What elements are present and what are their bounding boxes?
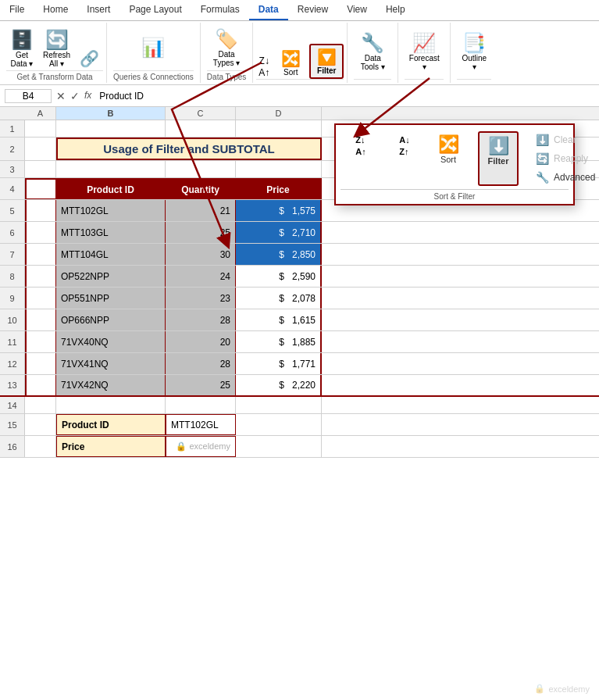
cell-product-id-header[interactable]: Product ID bbox=[56, 178, 166, 199]
cell-mtt102gl-qty[interactable]: 21 bbox=[166, 200, 236, 221]
cell[interactable] bbox=[166, 161, 236, 177]
cell-op666npp-qty[interactable]: 28 bbox=[166, 309, 236, 330]
cell-71vx40nq-qty[interactable]: 20 bbox=[166, 331, 236, 352]
cell[interactable] bbox=[25, 353, 56, 374]
cell-product-id-label[interactable]: Product ID bbox=[56, 414, 166, 435]
col-header-c[interactable]: C bbox=[166, 107, 236, 120]
cell[interactable] bbox=[25, 331, 56, 352]
col-header-b[interactable]: B bbox=[56, 107, 166, 120]
cell[interactable] bbox=[25, 161, 56, 177]
cell-price-header[interactable]: Price bbox=[236, 178, 322, 199]
cell[interactable] bbox=[56, 397, 166, 413]
cell-mtt103gl-qty[interactable]: 25 bbox=[166, 222, 236, 243]
table-row: 14 bbox=[0, 397, 599, 414]
cell[interactable] bbox=[25, 244, 56, 265]
cell[interactable] bbox=[166, 120, 236, 137]
cancel-formula-icon[interactable]: ✕ bbox=[56, 90, 66, 102]
queries-button[interactable]: 📊 bbox=[137, 34, 169, 61]
tab-review[interactable]: Review bbox=[288, 0, 337, 20]
filter-button[interactable]: 🔽 Filter bbox=[309, 44, 344, 79]
tab-formulas[interactable]: Formulas bbox=[191, 0, 249, 20]
forecast-button[interactable]: 📈 Forecast▾ bbox=[405, 30, 444, 73]
cell-71vx41nq-qty[interactable]: 28 bbox=[166, 353, 236, 374]
cell[interactable] bbox=[25, 266, 56, 287]
cell-71vx42nq-price[interactable]: $ 2,220 bbox=[236, 375, 322, 395]
cell-mtt104gl-qty[interactable]: 30 bbox=[166, 244, 236, 265]
cell-71vx40nq-price[interactable]: $ 1,885 bbox=[236, 331, 322, 352]
cell-op666npp-id[interactable]: OP666NPP bbox=[56, 309, 166, 330]
tab-file[interactable]: File bbox=[0, 0, 34, 20]
cell[interactable] bbox=[236, 436, 322, 457]
sort-az-dropdown-button[interactable]: Z↓A↑ bbox=[341, 131, 381, 186]
refresh-all-button[interactable]: 🔄 RefreshAll ▾ bbox=[39, 27, 74, 70]
clear-button[interactable]: ⬇️ Clear bbox=[528, 131, 599, 148]
tab-help[interactable]: Help bbox=[376, 0, 415, 20]
cell[interactable] bbox=[236, 414, 322, 435]
cell-price-value[interactable]: 🔒 exceldemy bbox=[166, 436, 236, 457]
cell-quantity-header[interactable]: Quantity bbox=[166, 178, 236, 199]
ribbon-tabs: File Home Insert Page Layout Formulas Da… bbox=[0, 0, 599, 21]
cell[interactable] bbox=[25, 397, 56, 413]
cell[interactable] bbox=[25, 178, 56, 199]
cell-71vx42nq-id[interactable]: 71VX42NQ bbox=[56, 375, 166, 395]
tab-insert[interactable]: Insert bbox=[77, 0, 119, 20]
cell-op522npp-qty[interactable]: 24 bbox=[166, 266, 236, 287]
confirm-formula-icon[interactable]: ✓ bbox=[70, 90, 80, 102]
cell-mtt103gl-price[interactable]: $ 2,710 bbox=[236, 222, 322, 243]
cell-71vx41nq-price[interactable]: $ 1,771 bbox=[236, 353, 322, 374]
col-header-d[interactable]: D bbox=[236, 107, 322, 120]
formula-input[interactable] bbox=[96, 90, 594, 102]
cell-mtt103gl-id[interactable]: MTT103GL bbox=[56, 222, 166, 243]
cell[interactable] bbox=[25, 120, 56, 137]
cell[interactable] bbox=[236, 161, 322, 177]
cell[interactable] bbox=[25, 288, 56, 309]
data-tools-button[interactable]: 🔧 DataTools ▾ bbox=[354, 30, 391, 73]
tab-data[interactable]: Data bbox=[249, 0, 288, 20]
cell-mtt104gl-id[interactable]: MTT104GL bbox=[56, 244, 166, 265]
cell-71vx42nq-qty[interactable]: 25 bbox=[166, 375, 236, 395]
cell-price-label[interactable]: Price bbox=[56, 436, 166, 457]
data-types-button[interactable]: 🏷️ DataTypes ▾ bbox=[207, 26, 246, 70]
cell-op666npp-price[interactable]: $ 1,615 bbox=[236, 309, 322, 330]
sort-za-dropdown-button[interactable]: A↓Z↑ bbox=[384, 131, 425, 186]
cell[interactable] bbox=[25, 375, 56, 395]
get-data-button[interactable]: 🗄️ GetData ▾ bbox=[6, 27, 37, 70]
cell-op551npp-id[interactable]: OP551NPP bbox=[56, 288, 166, 309]
connections-button[interactable]: 🔗 bbox=[76, 47, 103, 70]
tab-home[interactable]: Home bbox=[34, 0, 77, 20]
cell-mtt102gl-price[interactable]: $ 1,575 bbox=[236, 200, 322, 221]
col-header-a[interactable]: A bbox=[25, 107, 56, 120]
title-cell[interactable]: Usage of Filter and SUBTOTAL bbox=[56, 138, 322, 160]
sort-button[interactable]: 🔀 Sort bbox=[275, 47, 306, 79]
cell[interactable] bbox=[166, 397, 236, 413]
cell-op522npp-id[interactable]: OP522NPP bbox=[56, 266, 166, 287]
cell-op551npp-qty[interactable]: 23 bbox=[166, 288, 236, 309]
cell[interactable] bbox=[56, 161, 166, 177]
cell-reference-box[interactable] bbox=[5, 89, 52, 103]
cell[interactable] bbox=[25, 200, 56, 221]
cell-op522npp-price[interactable]: $ 2,590 bbox=[236, 266, 322, 287]
cell[interactable] bbox=[236, 120, 322, 137]
reapply-button[interactable]: 🔄 Reapply bbox=[528, 150, 599, 167]
outline-button[interactable]: 📑 Outline▾ bbox=[457, 30, 491, 73]
cell[interactable] bbox=[236, 397, 322, 413]
sort-az-button[interactable]: Z↓ A↑ bbox=[256, 55, 272, 79]
filter-main-button[interactable]: ⬇️ Filter bbox=[478, 131, 519, 186]
cell[interactable] bbox=[25, 309, 56, 330]
cell[interactable] bbox=[25, 138, 56, 160]
cell[interactable] bbox=[25, 436, 56, 457]
cell[interactable] bbox=[25, 414, 56, 435]
advanced-button[interactable]: 🔧 Advanced bbox=[528, 169, 599, 186]
cell[interactable] bbox=[25, 222, 56, 243]
sort-main-button[interactable]: 🔀 Sort bbox=[428, 131, 469, 186]
cell[interactable] bbox=[56, 120, 166, 137]
cell-mtt102gl-id[interactable]: MTT102GL bbox=[56, 200, 166, 221]
cell-op551npp-price[interactable]: $ 2,078 bbox=[236, 288, 322, 309]
tab-pagelayout[interactable]: Page Layout bbox=[119, 0, 191, 20]
tab-view[interactable]: View bbox=[337, 0, 376, 20]
cell-product-id-value[interactable]: MTT102GL bbox=[166, 414, 236, 435]
insert-function-icon[interactable]: fx bbox=[84, 90, 91, 102]
cell-mtt104gl-price[interactable]: $ 2,850 bbox=[236, 244, 322, 265]
cell-71vx40nq-id[interactable]: 71VX40NQ bbox=[56, 331, 166, 352]
cell-71vx41nq-id[interactable]: 71VX41NQ bbox=[56, 353, 166, 374]
